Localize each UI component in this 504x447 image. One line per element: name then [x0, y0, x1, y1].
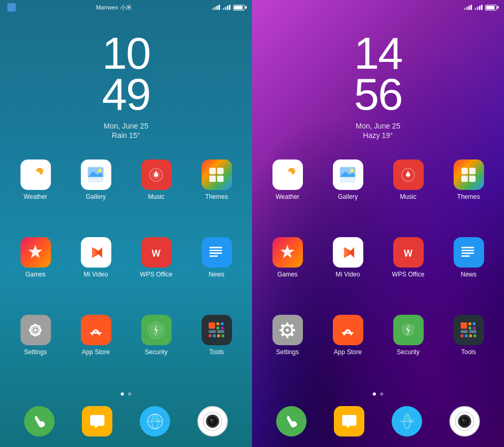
left-dock-camera[interactable]	[197, 406, 228, 437]
right-dock-message[interactable]	[334, 406, 364, 437]
left-gallery-label: Gallery	[86, 193, 106, 200]
right-app-settings[interactable]: Settings	[257, 311, 318, 388]
dot-2[interactable]	[128, 392, 131, 396]
svg-point-7	[98, 168, 102, 172]
svg-rect-44	[213, 334, 216, 337]
right-app-mivideo[interactable]: Mi Video	[318, 233, 378, 311]
left-app-themes[interactable]: Themes	[186, 155, 247, 233]
right-dot-2[interactable]	[380, 392, 383, 396]
right-app-grid: Weather Gallery	[252, 145, 504, 388]
right-dock-browser[interactable]	[392, 406, 422, 437]
right-phone: 14 56 Mon, June 25 Hazy 19° Weather	[252, 0, 504, 447]
svg-rect-101	[469, 322, 471, 325]
right-settings-label: Settings	[276, 348, 299, 356]
right-dot-1[interactable]	[373, 392, 376, 396]
right-app-news[interactable]: News	[438, 233, 499, 311]
left-dock-phone[interactable]	[24, 406, 55, 437]
right-app-wps[interactable]: W WPS Office	[378, 233, 438, 311]
right-dock-phone[interactable]	[276, 406, 307, 437]
right-app-games[interactable]: Games	[257, 233, 318, 311]
svg-rect-43	[209, 334, 212, 337]
left-dock-message[interactable]	[82, 406, 112, 437]
left-app-news[interactable]: News	[186, 233, 247, 311]
left-status-left	[7, 3, 16, 12]
left-weather-label: Weather	[24, 193, 47, 200]
right-games-icon	[272, 237, 303, 268]
svg-rect-74	[469, 175, 476, 182]
svg-rect-36	[209, 322, 215, 328]
svg-point-88	[286, 328, 289, 331]
left-app-games[interactable]: Games	[5, 233, 66, 311]
right-wifi-icon	[475, 5, 482, 10]
left-dock	[0, 400, 252, 447]
left-app-appstore[interactable]: App Store	[66, 311, 126, 388]
right-appstore-icon	[333, 315, 363, 345]
left-mivideo-label: Mi Video	[83, 271, 108, 278]
right-wps-label: WPS Office	[392, 271, 425, 278]
right-app-music[interactable]: Music	[378, 155, 438, 233]
svg-marker-75	[280, 244, 295, 258]
svg-rect-38	[221, 322, 224, 325]
svg-point-67	[350, 168, 354, 172]
left-tools-icon	[202, 315, 232, 345]
left-app-security[interactable]: Security	[126, 311, 186, 388]
left-app-wps[interactable]: W WPS Office	[126, 233, 186, 311]
left-security-icon	[141, 315, 172, 345]
left-dock-browser[interactable]	[140, 406, 170, 437]
left-app-grid: Weather Gallery	[0, 145, 252, 388]
svg-rect-107	[461, 334, 464, 337]
right-signal-icon	[464, 5, 472, 10]
right-page-dots	[252, 388, 504, 400]
dot-1[interactable]	[121, 392, 124, 396]
left-carrier: Manwex 小米	[96, 4, 132, 12]
left-app-gallery[interactable]: Gallery	[66, 155, 126, 233]
right-gallery-icon	[333, 159, 363, 190]
left-clock-weather: Rain 15°	[0, 131, 252, 140]
right-clock-minute: 56	[252, 71, 504, 116]
right-music-label: Music	[400, 193, 416, 200]
left-status-right	[212, 5, 245, 10]
svg-rect-89	[286, 322, 288, 325]
svg-point-59	[211, 419, 213, 421]
left-clock-area: 10 49 Mon, June 25 Rain 15°	[0, 15, 252, 145]
left-app-weather[interactable]: Weather	[5, 155, 66, 233]
svg-rect-109	[469, 334, 472, 337]
right-app-gallery[interactable]: Gallery	[318, 155, 378, 233]
svg-text:W: W	[152, 248, 161, 259]
left-status-bar: Manwex 小米	[0, 0, 252, 15]
svg-rect-84	[461, 252, 474, 254]
left-weather-icon	[20, 159, 51, 190]
left-app-music[interactable]: Music	[126, 155, 186, 233]
left-music-icon	[141, 159, 172, 190]
svg-point-54	[156, 419, 161, 423]
right-app-tools[interactable]: Tools	[438, 311, 499, 388]
left-app-mivideo[interactable]: Mi Video	[66, 233, 126, 311]
svg-rect-103	[469, 326, 471, 329]
right-gallery-label: Gallery	[338, 193, 358, 200]
right-security-icon	[393, 315, 424, 345]
svg-point-115	[408, 419, 413, 423]
right-themes-icon	[454, 159, 484, 190]
svg-rect-14	[209, 175, 216, 182]
left-page-dots	[0, 388, 252, 400]
svg-rect-26	[209, 252, 222, 254]
left-security-label: Security	[145, 348, 167, 356]
right-dock-camera[interactable]	[449, 406, 480, 437]
svg-rect-13	[217, 167, 224, 174]
right-app-security[interactable]: Security	[378, 311, 438, 388]
svg-rect-71	[461, 167, 468, 174]
left-app-settings[interactable]: Settings	[5, 311, 66, 388]
left-appstore-icon	[81, 315, 111, 345]
right-app-weather[interactable]: Weather	[257, 155, 318, 233]
right-games-label: Games	[277, 271, 298, 278]
left-themes-icon	[202, 159, 232, 190]
svg-rect-42	[217, 330, 225, 333]
right-tools-label: Tools	[461, 348, 476, 356]
signal-icon	[223, 5, 230, 10]
left-app-tools[interactable]: Tools	[186, 311, 247, 388]
left-phone: Manwex 小米 10 49 Mon, Jun	[0, 0, 252, 447]
right-app-appstore[interactable]: App Store	[318, 311, 378, 388]
right-app-themes[interactable]: Themes	[438, 155, 499, 233]
svg-rect-46	[222, 334, 224, 337]
right-wps-icon: W	[393, 237, 424, 268]
